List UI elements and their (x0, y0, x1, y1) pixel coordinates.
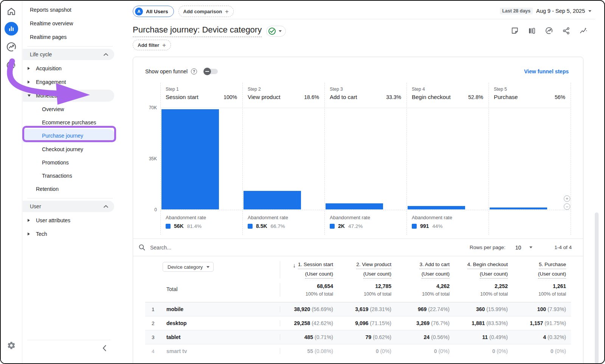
advertising-icon[interactable] (5, 60, 17, 72)
column-title: 5. Purchase (539, 261, 566, 269)
column-subtitle: (User count) (363, 271, 391, 279)
sidebar-item-realtime-overview[interactable]: Realtime overview (23, 17, 117, 30)
table-row: 2 desktop 29,258 (42.62%) 9,096 (71.15%)… (145, 316, 571, 330)
cell-value: 3,269 (416, 320, 430, 326)
sidebar-item-transactions[interactable]: Transactions (23, 169, 117, 182)
expand-arrow-icon (28, 67, 30, 70)
insights-icon[interactable] (579, 26, 588, 35)
legend-swatch (166, 224, 171, 229)
cell-value: 969 (418, 306, 427, 312)
cell-percent: (15.99%) (486, 306, 508, 312)
date-range-picker[interactable]: Last 28 days Aug 9 - Sep 5, 2025 (500, 8, 591, 14)
total-label: Total (145, 283, 280, 297)
sidebar-item-reports-snapshot[interactable]: Reports snapshot (23, 3, 117, 17)
sidebar-item-purchase-journey[interactable]: Purchase journey (23, 129, 115, 143)
dimension-selector[interactable]: Device category (163, 262, 214, 272)
settings-gear-icon[interactable] (6, 340, 17, 351)
zoom-in-button[interactable]: + (564, 195, 570, 202)
add-filter-button[interactable]: Add filter + (133, 40, 171, 50)
cell-percent: (22.74%) (428, 306, 450, 312)
share-icon[interactable] (562, 27, 570, 35)
funnel-bar[interactable] (244, 191, 301, 209)
sidebar-item-promotions[interactable]: Promotions (23, 156, 117, 169)
column-title: 1. Session start (298, 261, 333, 269)
cell-percent: (71.15%) (370, 320, 391, 326)
home-icon[interactable] (6, 6, 17, 17)
cell-value: 9,096 (355, 320, 368, 326)
column-header-purchase[interactable]: 5. Purchase (User count) (513, 261, 571, 279)
y-tick: 35K (149, 156, 157, 161)
sidebar-item-realtime-pages[interactable]: Realtime pages (23, 30, 117, 44)
all-users-chip[interactable]: A All Users (133, 6, 174, 17)
cell-value: 0 (434, 348, 437, 354)
expand-arrow-icon (28, 219, 30, 222)
chevron-up-icon (104, 53, 108, 56)
sidebar-item-acquisition[interactable]: Acquisition (23, 62, 117, 75)
comparison-bars-icon[interactable] (528, 27, 536, 35)
legend-swatch (330, 224, 335, 229)
column-header-session-start[interactable]: ↓1. Session start (User count) (280, 261, 338, 279)
funnel-bar[interactable] (326, 203, 383, 209)
funnel-report-card: Show open funnel ? View funnel steps 70K… (133, 57, 583, 364)
column-header-begin-checkout[interactable]: 4. Begin checkout (User count) (455, 261, 513, 279)
collapse-sidebar-chevron[interactable] (102, 345, 107, 352)
section-label: User (30, 203, 41, 209)
section-header-user[interactable]: User (23, 201, 114, 212)
sidebar-item-overview[interactable]: Overview (23, 102, 117, 116)
column-header-add-to-cart[interactable]: 3. Add to cart (User count) (396, 261, 455, 279)
funnel-bar[interactable] (161, 109, 219, 209)
cell-value: 0 (376, 348, 379, 354)
cell-percent: (0.08%) (315, 348, 333, 354)
funnel-bar[interactable] (490, 208, 547, 209)
explore-compass-icon[interactable] (545, 26, 553, 35)
column-header-view-product[interactable]: 2. View product (User count) (338, 261, 396, 279)
section-header-life-cycle[interactable]: Life cycle (23, 49, 114, 60)
cell-value: 0 (551, 348, 554, 354)
step-completion-rate: 100% (223, 94, 237, 100)
sidebar-item-user-attributes[interactable]: User attributes (23, 214, 117, 227)
total-subtext: 100% of total (306, 291, 333, 297)
sidebar-item-label: Purchase journey (42, 133, 83, 139)
table-row: 4 smart tv 55 (0.08%) 0 (0%) 0 (0%) 0 (0… (145, 344, 571, 358)
zoom-out-button[interactable]: − (564, 203, 570, 210)
total-value: 12,785 (375, 283, 391, 289)
total-subtext: 100% of total (422, 291, 450, 297)
divider (27, 340, 110, 340)
data-quality-badge[interactable] (266, 26, 286, 37)
explore-icon[interactable] (5, 41, 17, 53)
chevron-down-icon (588, 10, 591, 12)
cell-value: 0 (492, 348, 495, 354)
step-name: Session start (166, 94, 199, 100)
window-scrollbar[interactable] (595, 212, 599, 364)
abandonment-count: 8.5K (256, 223, 267, 229)
funnel-step-column: Step 3 Add to cart33.3% Abandonment rate… (324, 83, 406, 235)
chevron-down-icon (279, 30, 282, 32)
legend-swatch (248, 224, 253, 229)
rows-per-page-select[interactable]: 10 (515, 245, 533, 251)
help-icon[interactable]: ? (191, 68, 197, 74)
show-open-funnel-toggle[interactable] (203, 68, 219, 75)
sidebar-item-monetization[interactable]: Monetization (23, 90, 114, 102)
sidebar-item-checkout-journey[interactable]: Checkout journey (23, 143, 117, 156)
page-title[interactable]: Purchase journey: Device category (133, 25, 262, 37)
view-funnel-steps-link[interactable]: View funnel steps (524, 68, 569, 74)
legend-swatch (412, 224, 417, 229)
note-icon[interactable] (511, 27, 519, 35)
step-number: Step 2 (248, 87, 319, 92)
sidebar-item-retention[interactable]: Retention (23, 182, 117, 196)
row-dimension: desktop (162, 320, 280, 326)
comparison-chips-row: A All Users Add comparison + (133, 6, 234, 17)
chart-zoom-controls: + − (564, 195, 570, 210)
cell-value: 100 (537, 306, 546, 312)
sidebar-item-engagement[interactable]: Engagement (23, 75, 117, 89)
reports-icon[interactable] (5, 22, 18, 36)
sidebar-item-tech[interactable]: Tech (23, 227, 117, 241)
step-completion-rate: 56% (555, 94, 565, 100)
abandonment-label: Abandonment rate (412, 215, 489, 220)
add-comparison-button[interactable]: Add comparison + (178, 6, 234, 17)
cell-percent: (56.69%) (312, 306, 333, 312)
total-subtext: 100% of total (538, 291, 566, 297)
funnel-bar[interactable] (408, 206, 465, 209)
sidebar-item-ecommerce-purchases[interactable]: Ecommerce purchases (23, 116, 117, 129)
search-input[interactable] (150, 245, 264, 251)
